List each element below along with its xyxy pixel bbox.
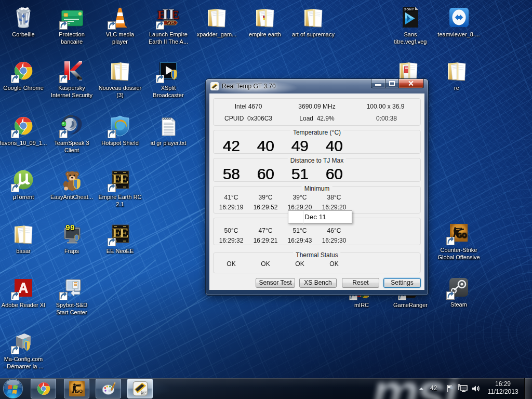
- svg-text:GO: GO: [75, 389, 83, 394]
- svg-text:E: E: [119, 225, 128, 241]
- svg-text:99: 99: [65, 224, 75, 233]
- svg-text:SONY: SONY: [404, 8, 414, 11]
- svg-text:II: II: [162, 5, 174, 22]
- svg-text:AOS: AOS: [166, 21, 175, 25]
- svg-text:GO: GO: [457, 232, 467, 239]
- svg-text:E: E: [119, 171, 128, 187]
- svg-text:46°: 46°: [141, 392, 146, 395]
